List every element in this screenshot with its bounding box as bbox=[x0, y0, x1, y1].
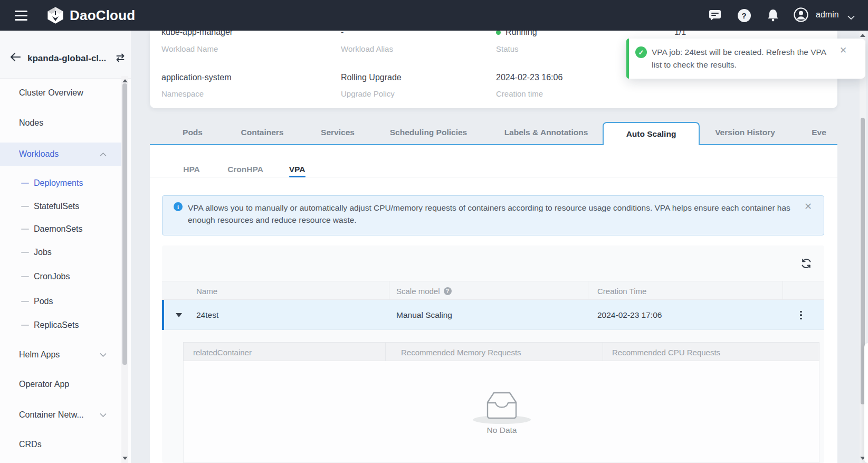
chevron-down-icon[interactable] bbox=[847, 13, 855, 22]
switch-cluster-icon[interactable] bbox=[115, 53, 126, 62]
sidebar-item-cluster-overview[interactable]: Cluster Overview bbox=[0, 81, 121, 105]
subtab-divider bbox=[150, 177, 837, 177]
avatar[interactable] bbox=[794, 7, 808, 22]
tab-labels-annotations[interactable]: Labels & Annotations bbox=[504, 120, 588, 144]
sidebar-item-daemonsets[interactable]: DaemonSets bbox=[0, 218, 121, 241]
vpa-table-card: NameScale model?Creation Time 24testManu… bbox=[162, 245, 824, 463]
sidebar-item-helm-apps[interactable]: Helm Apps bbox=[0, 343, 121, 366]
vpa-name-cell: 24test bbox=[196, 300, 218, 330]
empty-inbox-icon bbox=[482, 389, 522, 423]
tab-pods[interactable]: Pods bbox=[183, 120, 203, 144]
scroll-up-icon[interactable] bbox=[860, 34, 865, 37]
scroll-up-icon[interactable] bbox=[122, 79, 128, 82]
sidebar-item-operator-app[interactable]: Operator App bbox=[0, 373, 121, 396]
daocloud-logo-icon bbox=[46, 6, 64, 24]
sidebar-item-label: Jobs bbox=[34, 248, 52, 257]
info-icon: i bbox=[174, 202, 183, 211]
chevron-up-icon bbox=[100, 152, 107, 157]
floating-panel-sliver bbox=[864, 343, 868, 463]
tab-auto-scaling[interactable]: Auto Scaling bbox=[603, 122, 700, 145]
chevron-down-icon bbox=[100, 353, 107, 357]
kebab-menu-icon[interactable] bbox=[795, 309, 807, 322]
dash-icon bbox=[21, 325, 29, 326]
sidebar-item-pods[interactable]: Pods bbox=[0, 290, 121, 313]
help-circle-icon[interactable]: ? bbox=[444, 287, 452, 295]
sidebar-item-container-netw[interactable]: Container Netw... bbox=[0, 403, 121, 427]
scroll-down-icon[interactable] bbox=[122, 457, 128, 460]
caret-down-icon[interactable] bbox=[176, 313, 182, 317]
brand-name: DaoCloud bbox=[70, 7, 135, 24]
column-divider bbox=[783, 281, 783, 300]
field-label-workload-alias: Workload Alias bbox=[341, 44, 393, 53]
column-divider bbox=[385, 342, 386, 361]
sidebar-item-label: CRDs bbox=[19, 440, 42, 449]
sidebar-item-label: Pods bbox=[34, 297, 53, 306]
recommendation-table-header: relatedContainerRecommended Memory Reque… bbox=[183, 342, 819, 361]
dash-icon bbox=[21, 276, 29, 277]
subtab-vpa[interactable]: VPA bbox=[289, 163, 306, 176]
sidebar-item-label: ReplicaSets bbox=[34, 320, 79, 330]
vpa-info-banner: i VPA allows you to manually or automati… bbox=[162, 195, 824, 235]
vpa-info-text: VPA allows you to manually or automatica… bbox=[188, 202, 800, 226]
refresh-icon[interactable] bbox=[800, 257, 813, 270]
field-label-namespace: Namespace bbox=[161, 89, 204, 98]
banner-close-icon[interactable]: ✕ bbox=[804, 201, 812, 212]
subtab-hpa[interactable]: HPA bbox=[183, 163, 200, 176]
field-label-status: Status bbox=[496, 44, 519, 53]
tab-version-history[interactable]: Version History bbox=[715, 120, 775, 144]
workload-workload-name-value: kube-app-manager bbox=[161, 31, 233, 38]
bell-icon[interactable] bbox=[766, 8, 780, 23]
tab-scheduling-policies[interactable]: Scheduling Policies bbox=[390, 120, 467, 144]
tab-services[interactable]: Services bbox=[321, 120, 355, 144]
dash-icon bbox=[21, 229, 29, 230]
brand-logo[interactable]: DaoCloud bbox=[46, 6, 135, 25]
column-divider bbox=[603, 342, 603, 361]
sidebar-item-crds[interactable]: CRDs bbox=[0, 433, 121, 456]
chevron-down-icon bbox=[100, 413, 107, 418]
scale-model-cell: Manual Scaling bbox=[396, 300, 452, 330]
sidebar-item-label: StatefulSets bbox=[34, 202, 79, 211]
tab-content-card: HPACronHPAVPA i VPA allows you to manual… bbox=[150, 144, 837, 463]
cluster-name[interactable]: kpanda-global-cl... bbox=[27, 53, 106, 64]
back-arrow-icon[interactable] bbox=[9, 52, 21, 62]
dash-icon bbox=[21, 183, 29, 184]
hamburger-menu-icon[interactable] bbox=[15, 11, 27, 21]
question-mark-glyph: ? bbox=[738, 9, 751, 22]
workload-tabs: PodsContainersServicesScheduling Policie… bbox=[150, 120, 837, 145]
sidebar-item-deployments[interactable]: Deployments bbox=[0, 172, 121, 195]
sidebar-header: kpanda-global-cl... bbox=[0, 31, 131, 79]
column-header-creation-time: Creation Time bbox=[597, 281, 646, 300]
help-icon[interactable]: ? bbox=[737, 8, 751, 23]
success-check-icon: ✓ bbox=[635, 46, 647, 58]
creation-time-cell: 2024-02-23 17:06 bbox=[597, 300, 662, 330]
sidebar-item-jobs[interactable]: Jobs bbox=[0, 241, 121, 264]
sidebar-item-workloads[interactable]: Workloads bbox=[0, 143, 121, 166]
status-dot bbox=[496, 31, 501, 35]
tab-containers[interactable]: Containers bbox=[241, 120, 284, 144]
column-header-recommended-cpu-requests: Recommended CPU Requests bbox=[612, 343, 720, 362]
workload-upgrade-policy-value: Rolling Upgrade bbox=[341, 72, 402, 83]
sidebar-scrollbar-thumb[interactable] bbox=[122, 83, 127, 365]
row-accent-bar bbox=[162, 300, 164, 330]
recommendation-table-body: No Data bbox=[183, 361, 819, 463]
sidebar-item-label: Container Netw... bbox=[19, 410, 84, 420]
column-header-recommended-memory-requests: Recommended Memory Requests bbox=[401, 343, 521, 362]
tab-eve[interactable]: Eve bbox=[812, 120, 826, 144]
column-header-name: Name bbox=[196, 281, 217, 300]
vpa-table-row[interactable]: 24testManual Scaling2024-02-23 17:06 bbox=[162, 300, 824, 330]
sidebar-item-label: CronJobs bbox=[34, 272, 70, 281]
sidebar-item-label: Nodes bbox=[19, 118, 43, 128]
sidebar-item-nodes[interactable]: Nodes bbox=[0, 111, 121, 135]
toast-close-icon[interactable]: ✕ bbox=[840, 45, 847, 56]
sidebar-item-cronjobs[interactable]: CronJobs bbox=[0, 265, 121, 288]
subtab-cronhpa[interactable]: CronHPA bbox=[227, 163, 263, 176]
chat-icon[interactable] bbox=[708, 8, 722, 23]
column-divider bbox=[588, 281, 588, 300]
sidebar-item-replicasets[interactable]: ReplicaSets bbox=[0, 314, 121, 337]
sidebar-item-statefulsets[interactable]: StatefulSets bbox=[0, 195, 121, 218]
toast-accent-bar bbox=[626, 39, 629, 79]
column-divider bbox=[389, 281, 389, 300]
dash-icon bbox=[21, 252, 29, 253]
username[interactable]: admin bbox=[816, 10, 839, 20]
dash-icon bbox=[21, 206, 29, 207]
